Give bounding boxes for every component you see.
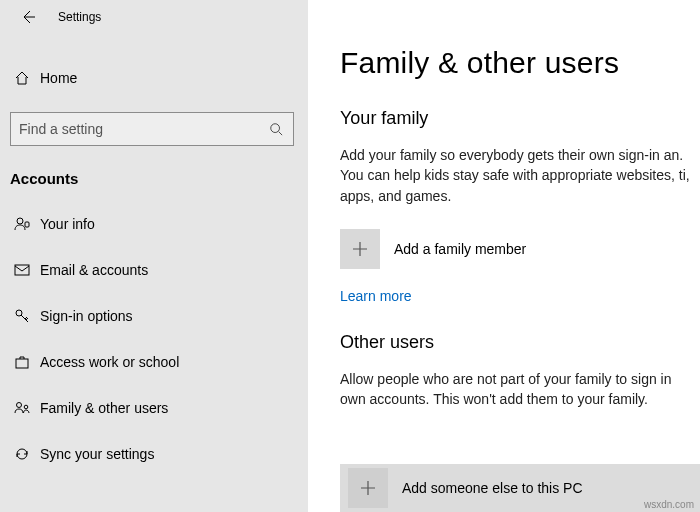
- page-title: Family & other users: [340, 46, 700, 80]
- svg-rect-5: [16, 359, 28, 368]
- family-heading: Your family: [340, 108, 700, 129]
- nav-sync[interactable]: Sync your settings: [0, 431, 308, 477]
- people-icon: [14, 400, 40, 416]
- add-other-button[interactable]: Add someone else to this PC wsxdn.com: [340, 464, 700, 512]
- learn-more-link[interactable]: Learn more: [340, 288, 412, 304]
- titlebar: Settings: [0, 0, 308, 34]
- nav-family[interactable]: Family & other users: [0, 385, 308, 431]
- watermark: wsxdn.com: [644, 499, 694, 510]
- other-description: Allow people who are not part of your fa…: [340, 369, 700, 410]
- nav-label: Access work or school: [40, 354, 179, 370]
- svg-point-7: [24, 405, 28, 409]
- person-icon: [14, 216, 40, 232]
- home-nav[interactable]: Home: [0, 54, 308, 102]
- home-label: Home: [40, 70, 77, 86]
- other-heading: Other users: [340, 332, 700, 353]
- family-description: Add your family so everybody gets their …: [340, 145, 700, 206]
- nav-work[interactable]: Access work or school: [0, 339, 308, 385]
- nav-label: Sign-in options: [40, 308, 133, 324]
- plus-icon: [340, 229, 380, 269]
- search-input[interactable]: [19, 121, 267, 137]
- sidebar: Settings Home Accounts Your info Email &…: [0, 0, 308, 512]
- briefcase-icon: [14, 354, 40, 370]
- svg-rect-2: [25, 222, 29, 227]
- nav-signin[interactable]: Sign-in options: [0, 293, 308, 339]
- svg-point-6: [17, 403, 22, 408]
- add-other-label: Add someone else to this PC: [402, 480, 583, 496]
- sync-icon: [14, 446, 40, 462]
- nav-label: Sync your settings: [40, 446, 154, 462]
- nav-label: Email & accounts: [40, 262, 148, 278]
- nav-your-info[interactable]: Your info: [0, 201, 308, 247]
- svg-point-0: [271, 124, 280, 133]
- plus-icon: [348, 468, 388, 508]
- back-button[interactable]: [14, 3, 42, 31]
- key-icon: [14, 308, 40, 324]
- main-panel: Family & other users Your family Add you…: [308, 0, 700, 512]
- nav-email[interactable]: Email & accounts: [0, 247, 308, 293]
- search-box[interactable]: [10, 112, 294, 146]
- add-family-label: Add a family member: [394, 241, 526, 257]
- nav-label: Family & other users: [40, 400, 168, 416]
- home-icon: [14, 70, 40, 86]
- app-title: Settings: [58, 10, 101, 24]
- svg-rect-3: [15, 265, 29, 275]
- nav-list: Your info Email & accounts Sign-in optio…: [0, 201, 308, 477]
- svg-point-1: [17, 218, 23, 224]
- add-family-button[interactable]: Add a family member: [340, 224, 700, 274]
- search-icon: [267, 122, 285, 136]
- arrow-left-icon: [20, 9, 36, 25]
- category-heading: Accounts: [0, 146, 308, 197]
- nav-label: Your info: [40, 216, 95, 232]
- mail-icon: [14, 262, 40, 278]
